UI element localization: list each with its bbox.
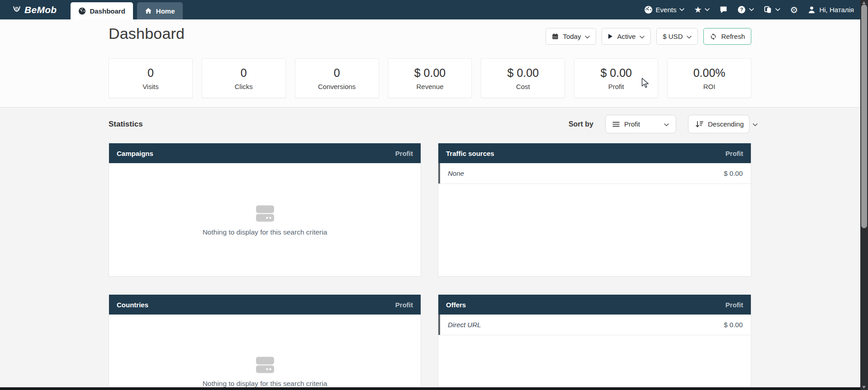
chevron-down-icon [640,33,645,40]
row-value: $ 0.00 [724,169,743,177]
horizontal-scrollbar[interactable] [0,387,860,390]
filter-toolbar: Today Active $ USD [545,28,751,45]
refresh-button[interactable]: Refresh [703,28,751,45]
date-range-button[interactable]: Today [545,28,596,45]
card-label: Visits [142,83,159,90]
empty-state-text: Nothing to display for this search crite… [109,228,421,236]
row-name: None [448,169,464,177]
panel-campaigns-header: Campaigns Profit [109,143,421,163]
panel-countries-header: Countries Profit [109,295,421,315]
scroll-up-arrow[interactable] [862,1,866,4]
sort-direction-select[interactable]: Descending [688,115,749,133]
brand-name: BeMob [24,5,57,15]
events-label: Events [656,6,677,14]
card-value: 0.00% [693,66,726,80]
chat-icon [719,5,728,14]
svg-text:?: ? [740,7,744,12]
card-label: Revenue [416,83,443,90]
empty-state: Nothing to display for this search crite… [109,356,421,388]
panel-metric-label[interactable]: Profit [395,150,413,157]
chevron-down-icon [753,120,758,128]
card-label: Conversions [318,83,356,90]
tab-home[interactable]: Home [137,2,183,19]
card-label: Cost [516,83,530,90]
panel-offers-header: Offers Profit [438,295,751,315]
events-menu[interactable]: Events [644,5,685,14]
chevron-down-icon [664,120,669,128]
page-title: Dashboard [109,25,185,42]
mouse-cursor [641,78,650,91]
statistics-heading: Statistics [109,120,143,129]
sort-by-label: Sort by [569,120,593,128]
card-value: 0 [147,66,154,80]
table-row[interactable]: Direct URL $ 0.00 [438,315,751,335]
refresh-label: Refresh [721,33,745,40]
card-value: $ 0.00 [508,66,539,80]
panel-traffic-sources: Traffic sources Profit None $ 0.00 [438,143,751,277]
row-name: Direct URL [448,321,481,329]
status-filter-button[interactable]: Active [602,28,651,45]
card-value: 0 [334,66,340,80]
star-icon: ★ [694,5,702,14]
panel-title: Campaigns [117,150,153,157]
panel-metric-label[interactable]: Profit [726,301,743,309]
tab-dashboard[interactable]: Dashboard [71,2,133,19]
chevron-down-icon [585,33,590,40]
events-gauge-icon [644,5,653,14]
home-icon [145,7,152,14]
status-filter-label: Active [617,33,636,40]
currency-filter-label: $ USD [663,33,683,40]
sort-descending-icon [695,121,703,128]
sort-field-select[interactable]: Profit [605,115,676,133]
settings-button[interactable]: ⚙ [790,5,798,14]
scrollbar-thumb[interactable] [861,5,867,228]
copy-stack-icon [764,5,772,14]
panel-offers: Offers Profit Direct URL $ 0.00 [438,295,751,390]
workspaces-menu[interactable] [764,5,780,14]
card-value: 0 [241,66,247,80]
card-clicks: 0 Clicks [202,58,286,98]
summary-cards: 0 Visits 0 Clicks 0 Conversions $ 0.00 R… [109,58,751,98]
panel-metric-label[interactable]: Profit [726,150,743,157]
date-range-label: Today [563,33,581,40]
vertical-scrollbar[interactable] [860,0,868,390]
user-greeting: Hi, Наталія [819,6,854,14]
help-icon: ? [737,5,746,14]
card-roi: 0.00% ROI [667,58,751,98]
chevron-down-icon [749,8,754,11]
favorites-menu[interactable]: ★ [694,5,710,14]
panel-campaigns: Campaigns Profit Nothing to display for … [109,143,421,277]
user-menu[interactable]: Hi, Наталія [807,5,854,14]
bemob-logo[interactable]: BeMob [0,0,59,19]
chevron-down-icon [687,33,692,40]
tab-strip: Dashboard Home [71,0,183,19]
card-cost: $ 0.00 Cost [481,58,565,98]
empty-state: Nothing to display for this search crite… [109,205,421,236]
help-menu[interactable]: ? [737,5,754,14]
feedback-button[interactable] [719,5,728,14]
panel-metric-label[interactable]: Profit [395,301,413,309]
row-value: $ 0.00 [724,321,743,329]
card-revenue: $ 0.00 Revenue [388,58,472,98]
panel-title: Offers [446,301,466,309]
panel-traffic-header: Traffic sources Profit [438,143,751,163]
gauge-icon [78,7,86,15]
tab-home-label: Home [156,7,175,15]
currency-filter-button[interactable]: $ USD [656,28,698,45]
refresh-icon [710,33,717,40]
panel-countries: Countries Profit Nothing to display for … [109,295,421,390]
scroll-down-arrow[interactable] [862,386,866,389]
chevron-down-icon [775,8,780,11]
bemob-logo-icon [12,4,22,16]
empty-cards-icon [255,205,275,225]
card-label: Profit [608,83,624,90]
card-visits: 0 Visits [109,58,193,98]
calendar-icon [552,33,559,40]
tab-dashboard-label: Dashboard [90,7,125,15]
card-value: $ 0.00 [414,66,446,80]
user-icon [807,5,816,14]
main-content: Dashboard Today [0,19,860,390]
panel-title: Countries [117,301,148,309]
card-value: $ 0.00 [600,66,632,80]
table-row[interactable]: None $ 0.00 [438,163,751,184]
